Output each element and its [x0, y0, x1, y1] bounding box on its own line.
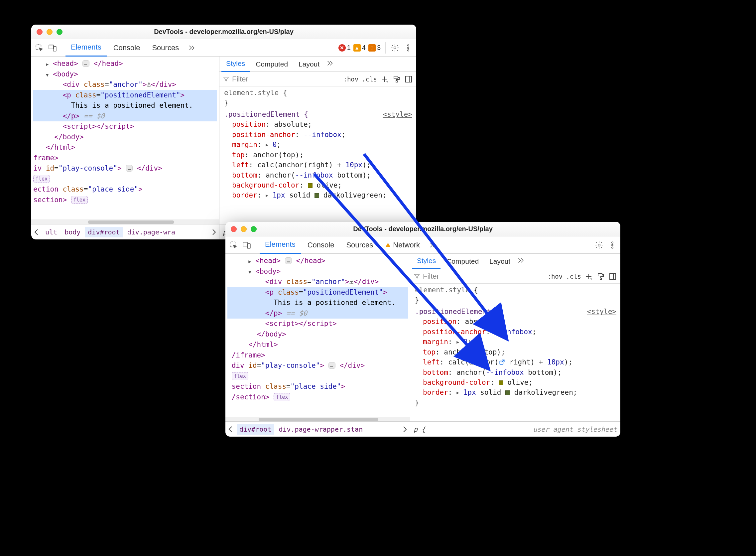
styles-rules[interactable]: element.style { } <style> .positionedEle…: [410, 284, 620, 421]
flex-badge[interactable]: flex: [232, 372, 248, 380]
dom-tree[interactable]: ▶ <head> … </head> ▼ <body> <div class="…: [31, 57, 219, 219]
svg-point-18: [612, 247, 613, 248]
styles-tab-styles[interactable]: Styles: [221, 57, 250, 72]
info-count: 3: [377, 44, 381, 51]
flex-badge[interactable]: flex: [71, 196, 88, 204]
tab-network[interactable]: Network: [380, 236, 425, 254]
ellipsis-icon[interactable]: …: [126, 165, 133, 172]
paint-icon[interactable]: [392, 75, 401, 83]
tab-sources[interactable]: Sources: [147, 39, 184, 57]
svg-rect-1: [49, 45, 53, 49]
breadcrumb[interactable]: div#root div.page-wrapper.stan: [225, 421, 410, 437]
devtools-window-b: DevTools - developer.mozilla.org/en-US/p…: [225, 222, 620, 437]
hov-button[interactable]: :hov: [343, 75, 358, 83]
style-source-link[interactable]: <style>: [587, 307, 616, 317]
ua-stylesheet-label: user agent stylesheet: [533, 425, 617, 433]
color-swatch-darkolivegreen[interactable]: [315, 193, 319, 198]
computed-sidebar-icon[interactable]: [608, 272, 617, 281]
color-swatch-darkolivegreen[interactable]: [505, 390, 510, 395]
breadcrumb-item[interactable]: div#root: [237, 424, 274, 435]
more-tabs-chevron-icon[interactable]: [185, 42, 197, 54]
flex-badge[interactable]: flex: [33, 175, 50, 183]
info-badge-icon: !: [368, 44, 376, 51]
styles-tab-computed[interactable]: Computed: [442, 254, 483, 269]
breadcrumb[interactable]: ult body div#root div.page-wra: [31, 224, 219, 239]
titlebar: DevTools - developer.mozilla.org/en-US/p…: [225, 222, 620, 236]
color-swatch-olive[interactable]: [308, 183, 313, 188]
tab-console[interactable]: Console: [108, 39, 146, 57]
tab-sources[interactable]: Sources: [341, 236, 378, 254]
settings-gear-icon[interactable]: [389, 42, 401, 54]
dom-tree[interactable]: ▶ <head> … </head> ▼ <body> <div class="…: [225, 254, 410, 417]
styles-tab-layout[interactable]: Layout: [485, 254, 515, 269]
cls-button[interactable]: .cls: [566, 273, 581, 280]
styles-tab-computed[interactable]: Computed: [251, 57, 293, 72]
svg-point-3: [394, 46, 396, 49]
inspect-element-icon[interactable]: [227, 239, 239, 251]
styles-filter-bar: Filter :hov .cls: [219, 72, 416, 86]
svg-rect-11: [243, 242, 248, 246]
dom-node-script: <script></script>: [227, 319, 410, 329]
dom-badge-flex: flex: [33, 174, 219, 184]
horizontal-scrollbar[interactable]: [225, 417, 410, 421]
tab-elements[interactable]: Elements: [66, 39, 107, 57]
breadcrumb-next-icon[interactable]: [401, 425, 408, 433]
anchor-icon: ⚓: [147, 80, 151, 89]
filter-input[interactable]: Filter: [223, 75, 340, 83]
new-style-rule-icon[interactable]: [584, 272, 593, 281]
device-toggle-icon[interactable]: [241, 239, 253, 251]
styles-tab-layout[interactable]: Layout: [294, 57, 324, 72]
styles-tabs: Styles Computed Layout: [410, 254, 620, 269]
anchor-link-icon[interactable]: [499, 358, 505, 365]
svg-rect-21: [610, 273, 616, 279]
devtools-window-a: DevTools - developer.mozilla.org/en-US/p…: [31, 25, 416, 239]
svg-rect-13: [388, 244, 388, 245]
flex-badge[interactable]: flex: [274, 393, 290, 402]
tab-elements[interactable]: Elements: [260, 236, 301, 254]
breadcrumb-next-icon[interactable]: [210, 228, 218, 236]
dom-node-p-text: This is a positioned element.: [33, 100, 217, 111]
breadcrumb-prev-icon[interactable]: [227, 425, 235, 433]
breadcrumb-item[interactable]: div#root: [85, 227, 122, 237]
paint-icon[interactable]: [597, 272, 605, 281]
more-styles-tabs-icon[interactable]: [516, 256, 525, 267]
inspect-element-icon[interactable]: [33, 42, 45, 54]
ellipsis-icon[interactable]: …: [328, 362, 335, 369]
more-styles-tabs-icon[interactable]: [325, 59, 334, 69]
color-swatch-olive[interactable]: [499, 380, 503, 385]
dom-node-div-anchor: <div class="anchor">⚓</div>: [227, 277, 410, 287]
new-style-rule-icon[interactable]: [380, 75, 389, 83]
dom-node-head: ▶ <head> … </head>: [227, 256, 410, 266]
anchor-link-icon[interactable]: [473, 348, 480, 355]
dom-tree-pane[interactable]: ▶ <head> … </head> ▼ <body> <div class="…: [31, 57, 219, 239]
device-toggle-icon[interactable]: [46, 42, 59, 54]
tab-console[interactable]: Console: [302, 236, 340, 254]
computed-sidebar-icon[interactable]: [404, 75, 413, 83]
kebab-menu-icon[interactable]: [402, 42, 414, 54]
main-toolbar: Elements Console Sources ✕1 ▲4 !3: [31, 39, 416, 57]
breadcrumb-item[interactable]: div.page-wra: [125, 227, 178, 237]
more-tabs-chevron-icon[interactable]: [427, 239, 438, 251]
settings-gear-icon[interactable]: [593, 239, 605, 251]
dom-tree-pane[interactable]: ▶ <head> … </head> ▼ <body> <div class="…: [225, 254, 410, 437]
horizontal-scrollbar[interactable]: [31, 219, 219, 224]
kebab-menu-icon[interactable]: [606, 239, 618, 251]
dom-node-p-end: </p> == $0: [33, 111, 217, 122]
scrollbar-thumb[interactable]: [88, 220, 174, 224]
ellipsis-icon[interactable]: …: [82, 60, 89, 67]
breadcrumb-item[interactable]: ult: [42, 227, 60, 237]
issues-badges[interactable]: ✕1 ▲4 !3: [338, 44, 381, 51]
styles-tab-styles[interactable]: Styles: [412, 254, 440, 269]
svg-rect-8: [396, 81, 397, 82]
anchor-icon: ⚓: [350, 278, 354, 286]
styles-rules[interactable]: element.style { } <style> .positionedEle…: [219, 86, 416, 224]
scrollbar-thumb[interactable]: [259, 418, 378, 421]
filter-input[interactable]: Filter: [413, 272, 544, 281]
breadcrumb-prev-icon[interactable]: [33, 228, 41, 236]
breadcrumb-item[interactable]: div.page-wrapper.stan: [276, 424, 365, 435]
cls-button[interactable]: .cls: [362, 75, 377, 83]
hov-button[interactable]: :hov: [547, 273, 563, 280]
breadcrumb-item[interactable]: body: [62, 227, 83, 237]
ellipsis-icon[interactable]: …: [285, 257, 292, 264]
style-source-link[interactable]: <style>: [383, 109, 412, 119]
